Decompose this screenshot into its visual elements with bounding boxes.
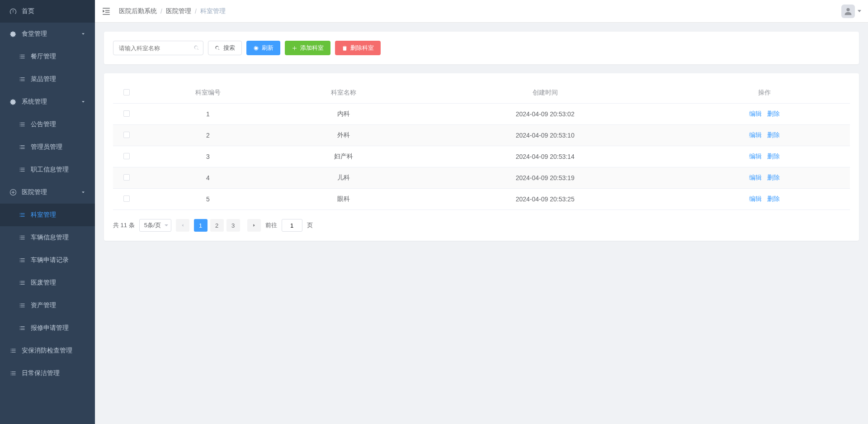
chevron-right-icon [251, 223, 257, 228]
caret-down-icon [165, 224, 168, 226]
sidebar-item-label: 日常保洁管理 [22, 369, 60, 377]
sidebar-subitem[interactable]: 资产管理 [0, 294, 95, 317]
pagination-next[interactable] [247, 219, 261, 232]
row-delete-button[interactable]: 删除 [765, 174, 782, 182]
breadcrumb-current: 科室管理 [200, 7, 226, 15]
sidebar-item[interactable]: 安保消防检查管理 [0, 339, 95, 362]
toolbar-panel: 搜索 刷新 添加科室 删除科室 [104, 32, 859, 64]
list-icon [18, 324, 26, 332]
sidebar-group-label: 医院管理 [22, 188, 47, 196]
row-checkbox[interactable] [123, 110, 130, 117]
sidebar-subitem[interactable]: 医废管理 [0, 272, 95, 294]
sidebar-subitem[interactable]: 报修申请管理 [0, 317, 95, 339]
row-delete-button[interactable]: 删除 [765, 195, 782, 203]
user-menu[interactable] [841, 5, 861, 18]
row-checkbox[interactable] [123, 195, 130, 202]
pagination-page[interactable]: 3 [226, 219, 240, 232]
sidebar-group[interactable]: 医院管理 [0, 181, 95, 204]
row-edit-button[interactable]: 编辑 [747, 110, 764, 118]
pagination-page[interactable]: 2 [210, 219, 224, 232]
sidebar-item[interactable]: 首页 [0, 0, 95, 23]
sidebar-subitem[interactable]: 车辆信息管理 [0, 226, 95, 249]
chevron-down-icon [80, 99, 86, 105]
list-icon [18, 166, 26, 174]
hamburger-icon [102, 7, 111, 16]
list-icon [18, 211, 26, 219]
pagination-goto-input[interactable] [282, 219, 302, 232]
list-icon [18, 143, 26, 151]
row-edit-button[interactable]: 编辑 [747, 195, 764, 203]
svg-point-0 [846, 8, 849, 11]
header: 医院后勤系统 / 医院管理 / 科室管理 [95, 0, 868, 23]
row-checkbox[interactable] [123, 153, 130, 159]
plus-icon [292, 45, 297, 51]
pagination-prev[interactable] [176, 219, 189, 232]
search-input[interactable] [113, 41, 203, 55]
breadcrumb: 医院后勤系统 / 医院管理 / 科室管理 [119, 7, 226, 15]
sidebar-subitem[interactable]: 公告管理 [0, 113, 95, 136]
table-row: 4儿科2024-04-09 20:53:19编辑 删除 [113, 167, 850, 189]
sidebar-subitem[interactable]: 科室管理 [0, 204, 95, 226]
cell-id: 1 [140, 104, 276, 125]
search-button[interactable]: 搜索 [208, 41, 242, 55]
cell-name: 内科 [276, 104, 411, 125]
list-icon [18, 279, 26, 287]
cell-id: 5 [140, 189, 276, 210]
delete-button[interactable]: 删除科室 [335, 41, 381, 55]
sidebar-subitem-label: 资产管理 [31, 301, 56, 310]
sidebar-subitem-label: 车辆申请记录 [31, 256, 69, 264]
sidebar-item-label: 安保消防检查管理 [22, 347, 72, 355]
list-icon [18, 233, 26, 242]
pagination-goto-label: 前往 [265, 221, 277, 229]
row-delete-button[interactable]: 删除 [765, 110, 782, 118]
sidebar-subitem[interactable]: 餐厅管理 [0, 45, 95, 68]
sidebar-item-label: 首页 [22, 7, 34, 15]
sidebar-subitem-label: 公告管理 [31, 120, 56, 129]
chevron-left-icon [180, 223, 185, 228]
sidebar-group-label: 食堂管理 [22, 30, 47, 38]
add-button[interactable]: 添加科室 [285, 41, 330, 55]
refresh-icon [253, 45, 259, 51]
sidebar: 首页食堂管理餐厅管理菜品管理系统管理公告管理管理员管理职工信息管理医院管理科室管… [0, 0, 95, 424]
cell-id: 2 [140, 125, 276, 146]
row-delete-button[interactable]: 删除 [765, 131, 782, 139]
plus-circle-icon [9, 188, 17, 196]
chevron-down-icon [80, 190, 86, 195]
list-icon [18, 52, 26, 61]
sidebar-subitem-label: 科室管理 [31, 211, 56, 219]
toggle-sidebar-button[interactable] [102, 7, 111, 16]
sidebar-subitem[interactable]: 职工信息管理 [0, 158, 95, 181]
sidebar-subitem-label: 医废管理 [31, 279, 56, 287]
trash-icon [342, 45, 348, 51]
sidebar-subitem[interactable]: 管理员管理 [0, 136, 95, 158]
cell-time: 2024-04-09 20:53:19 [411, 167, 679, 189]
breadcrumb-separator: / [160, 8, 162, 15]
cell-name: 眼科 [276, 189, 411, 210]
breadcrumb-mid[interactable]: 医院管理 [166, 7, 191, 15]
row-edit-button[interactable]: 编辑 [747, 174, 764, 182]
caret-down-icon [858, 10, 861, 12]
sidebar-group[interactable]: 食堂管理 [0, 23, 95, 45]
gear-icon [9, 98, 17, 106]
sidebar-subitem[interactable]: 菜品管理 [0, 68, 95, 91]
list-icon [18, 256, 26, 264]
sidebar-subitem-label: 职工信息管理 [31, 166, 69, 174]
row-edit-button[interactable]: 编辑 [747, 131, 764, 139]
row-edit-button[interactable]: 编辑 [747, 152, 764, 161]
row-checkbox[interactable] [123, 132, 130, 138]
table-panel: 科室编号 科室名称 创建时间 操作 1内科2024-04-09 20:53:02… [104, 73, 859, 241]
pagination-page[interactable]: 1 [194, 219, 208, 232]
sidebar-subitem[interactable]: 车辆申请记录 [0, 249, 95, 272]
row-delete-button[interactable]: 删除 [765, 152, 782, 161]
list-icon [18, 301, 26, 310]
select-all-checkbox[interactable] [123, 89, 130, 95]
pagination: 共 11 条 5条/页 123 前往 页 [113, 219, 850, 232]
breadcrumb-root[interactable]: 医院后勤系统 [119, 7, 157, 15]
sidebar-group[interactable]: 系统管理 [0, 91, 95, 113]
refresh-button[interactable]: 刷新 [246, 41, 280, 55]
cell-time: 2024-04-09 20:53:25 [411, 189, 679, 210]
table-row: 5眼科2024-04-09 20:53:25编辑 删除 [113, 189, 850, 210]
page-size-select[interactable]: 5条/页 [139, 219, 171, 232]
row-checkbox[interactable] [123, 174, 130, 181]
sidebar-item[interactable]: 日常保洁管理 [0, 362, 95, 385]
